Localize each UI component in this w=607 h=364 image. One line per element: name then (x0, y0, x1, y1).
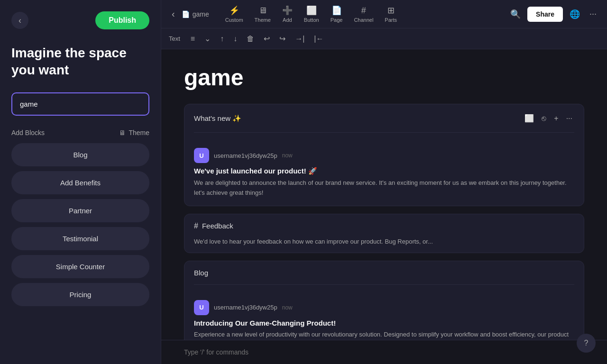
block-item-blog[interactable]: Blog (11, 143, 149, 166)
whats-new-header-left: What's new ✨ (194, 114, 241, 123)
nav-tool-parts[interactable]: ⊞ Parts (380, 2, 402, 26)
file-name: game (193, 10, 209, 18)
parts-icon: ⊞ (387, 5, 395, 16)
whats-new-post: U username1vj36dyw25p now We've just lau… (184, 140, 584, 206)
avatar: U (194, 148, 209, 163)
command-input[interactable] (184, 348, 584, 356)
nav-tool-add[interactable]: ➕ Add (277, 2, 297, 26)
blocks-list: Blog Add Benefits Partner Testimonial Si… (11, 143, 149, 306)
feedback-card: # Feedback We'd love to hear your feedba… (184, 214, 584, 253)
sidebar-top: ‹ Publish (11, 11, 149, 29)
post-username: username1vj36dyw25p (214, 152, 277, 159)
block-item-partner[interactable]: Partner (11, 199, 149, 222)
block-item-pricing[interactable]: Pricing (11, 283, 149, 306)
blog-post-meta: U username1vj36dyw25p now (194, 300, 574, 315)
block-item-simple-counter[interactable]: Simple Counter (11, 255, 149, 278)
feedback-desc: We'd love to hear your feedback on how w… (184, 238, 584, 253)
post-title: We've just launched our product! 🚀 (194, 167, 574, 175)
nav-tool-custom[interactable]: ⚡ Custom (221, 2, 248, 26)
whats-new-title: What's new ✨ (194, 114, 241, 123)
channel-icon: # (361, 6, 366, 16)
help-icon: ? (584, 339, 589, 347)
feedback-header: # Feedback (184, 214, 584, 238)
block-item-add-benefits[interactable]: Add Benefits (11, 171, 149, 194)
page-label: Page (331, 17, 343, 23)
toolbar-text-label: Text (169, 35, 180, 42)
toolbar-up-button[interactable]: ↑ (217, 33, 227, 45)
nav-tool-button[interactable]: ⬜ Button (299, 2, 324, 26)
add-label: Add (283, 17, 292, 23)
blog-title: Blog (194, 269, 208, 277)
nav-tool-theme[interactable]: 🖥 Theme (250, 3, 276, 26)
whats-new-divider (194, 132, 574, 133)
whats-new-grid-button[interactable]: ⬜ (523, 112, 536, 125)
feedback-icon: # (194, 222, 198, 230)
button-icon: ⬜ (306, 5, 317, 16)
blog-header-left: Blog (194, 269, 208, 277)
globe-button[interactable]: 🌐 (567, 6, 583, 22)
share-button[interactable]: Share (527, 7, 563, 22)
theme-button[interactable]: 🖥 Theme (119, 129, 149, 136)
sidebar-heading: Imagine the space you want (11, 45, 149, 79)
block-item-testimonial[interactable]: Testimonial (11, 227, 149, 250)
parts-label: Parts (385, 17, 397, 23)
publish-button[interactable]: Publish (95, 11, 149, 29)
nav-file: 📄 game (182, 10, 209, 18)
feedback-title: Feedback (202, 222, 233, 230)
whats-new-card: What's new ✨ ⬜ ⎋ + ··· U username1vj36dy… (184, 104, 584, 206)
whats-new-more-button[interactable]: ··· (564, 112, 574, 125)
blog-username: username1vj36dyw25p (214, 304, 277, 311)
theme-icon: 🖥 (119, 129, 126, 136)
blog-post-title: Introducing Our Game-Changing Product! (194, 319, 574, 327)
nav-tool-page[interactable]: 📄 Page (326, 2, 348, 26)
search-button[interactable]: 🔍 (507, 6, 524, 22)
toolbar-down-button[interactable]: ↓ (230, 33, 240, 45)
blog-divider (194, 284, 574, 285)
nav-back-button[interactable]: ‹ (169, 6, 178, 22)
custom-label: Custom (225, 17, 243, 23)
feedback-header-left: # Feedback (194, 222, 233, 230)
toolbar: Text ≡ ⌄ ↑ ↓ 🗑 ↩ ↪ →| |← (161, 28, 607, 49)
blog-post-time: now (282, 304, 293, 311)
nav-right: 🔍 Share 🌐 ··· (507, 6, 599, 22)
button-label: Button (304, 17, 319, 23)
command-input-area (161, 340, 607, 364)
post-body: We are delighted to announce the launch … (194, 178, 574, 198)
add-blocks-header: Add Blocks 🖥 Theme (11, 129, 149, 136)
whats-new-export-button[interactable]: ⎋ (540, 112, 548, 125)
whats-new-actions: ⬜ ⎋ + ··· (523, 112, 574, 125)
blog-post-body: Experience a new level of productivity w… (194, 330, 574, 340)
blog-card: Blog U username1vj36dyw25p now Introduci… (184, 261, 584, 340)
nav-tools: ⚡ Custom 🖥 Theme ➕ Add ⬜ Button 📄 Page # (221, 2, 402, 26)
nav-tool-channel[interactable]: # Channel (349, 3, 378, 26)
toolbar-outdent-button[interactable]: |← (311, 33, 326, 45)
theme-label: Theme (129, 129, 149, 136)
toolbar-redo-button[interactable]: ↪ (276, 32, 288, 45)
content-area: game What's new ✨ ⬜ ⎋ + ··· U username1v… (161, 49, 607, 340)
blog-post: U username1vj36dyw25p now Introducing Ou… (184, 292, 584, 340)
toolbar-undo-button[interactable]: ↩ (261, 32, 273, 45)
page-title: game (184, 64, 584, 91)
help-button[interactable]: ? (577, 334, 596, 353)
add-blocks-label: Add Blocks (11, 129, 45, 136)
search-input[interactable] (11, 92, 149, 116)
toolbar-indent-button[interactable]: →| (292, 33, 307, 45)
blog-header: Blog (184, 261, 584, 284)
whats-new-add-button[interactable]: + (552, 112, 560, 125)
more-button[interactable]: ··· (587, 6, 599, 22)
top-nav: ‹ 📄 game ⚡ Custom 🖥 Theme ➕ Add ⬜ Button (161, 0, 607, 28)
add-icon: ➕ (282, 5, 293, 16)
main: ‹ 📄 game ⚡ Custom 🖥 Theme ➕ Add ⬜ Button (161, 0, 607, 364)
post-time: now (282, 152, 293, 159)
post-meta: U username1vj36dyw25p now (194, 148, 574, 163)
toolbar-align-button[interactable]: ≡ (188, 33, 198, 45)
file-icon: 📄 (182, 10, 190, 18)
custom-icon: ⚡ (229, 5, 239, 16)
theme-nav-label: Theme (255, 17, 271, 23)
toolbar-chevron-button[interactable]: ⌄ (202, 32, 213, 45)
back-button[interactable]: ‹ (11, 12, 28, 29)
whats-new-header: What's new ✨ ⬜ ⎋ + ··· (184, 104, 584, 132)
toolbar-delete-button[interactable]: 🗑 (244, 33, 257, 45)
page-icon: 📄 (331, 5, 342, 16)
sidebar: ‹ Publish Imagine the space you want Add… (0, 0, 161, 364)
